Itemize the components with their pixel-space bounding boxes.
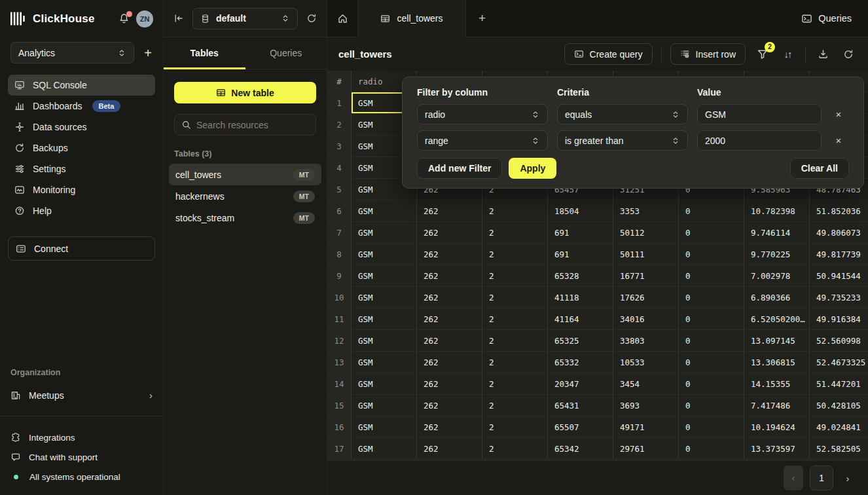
cell-lat[interactable]: 49.806073 <box>810 222 868 243</box>
cell-area[interactable]: 41118 <box>548 287 613 308</box>
cell-unit[interactable]: 0 <box>679 287 744 308</box>
cell-radio[interactable]: GSM <box>352 416 417 437</box>
cell-area[interactable]: 20347 <box>548 373 613 394</box>
cell-net[interactable]: 2 <box>482 287 548 308</box>
cell-area[interactable]: 691 <box>548 222 613 243</box>
integrations-link[interactable]: Integrations <box>0 428 163 447</box>
cell-unit[interactable]: 0 <box>679 438 744 459</box>
cell-area[interactable]: 18504 <box>548 200 613 221</box>
cell-lat[interactable]: 51.852036 <box>810 200 868 221</box>
cell-mcc[interactable]: 262 <box>417 308 482 329</box>
refresh-icon[interactable] <box>306 13 317 24</box>
sidebar-item-dashboards[interactable]: Dashboards Beta <box>8 96 155 117</box>
cell-radio[interactable]: GSM <box>352 308 417 329</box>
cell-mcc[interactable]: 262 <box>417 287 482 308</box>
cell-radio[interactable]: GSM <box>352 330 417 351</box>
tab-cell-towers[interactable]: cell_towers <box>358 0 466 37</box>
sidebar-item-data-sources[interactable]: Data sources <box>8 117 155 138</box>
cell-mcc[interactable]: 262 <box>417 395 482 416</box>
cell-mcc[interactable]: 262 <box>417 352 482 373</box>
list-item-hackernews[interactable]: hackernews MT <box>169 185 321 207</box>
cell-radio[interactable]: GSM <box>352 244 417 265</box>
cell-mcc[interactable]: 262 <box>417 265 482 286</box>
cell-lat[interactable]: 49.735233 <box>810 287 868 308</box>
cell-radio[interactable]: GSM <box>352 265 417 286</box>
add-workspace-button[interactable]: + <box>144 46 152 60</box>
cell-lon[interactable]: 6.890366 <box>744 287 810 308</box>
cell-lon[interactable]: 7.002978 <box>744 265 810 286</box>
filter-criteria-select[interactable]: is greater than <box>557 130 688 151</box>
cell-unit[interactable]: 0 <box>679 200 744 221</box>
sidebar-item-backups[interactable]: Backups <box>8 138 155 158</box>
cell-lat[interactable]: 52.4673325 <box>810 352 868 373</box>
refresh-button[interactable] <box>840 49 857 60</box>
filter-button[interactable]: 2 <box>754 48 771 60</box>
sort-button[interactable]: ↓↑ <box>780 48 797 60</box>
cell-cell[interactable]: 3693 <box>613 395 679 416</box>
tab-tables[interactable]: Tables <box>164 37 245 69</box>
cell-area[interactable]: 65332 <box>548 352 613 373</box>
cell-unit[interactable]: 0 <box>679 330 744 351</box>
filter-column-select[interactable]: range <box>417 130 548 151</box>
cell-net[interactable]: 2 <box>482 395 548 416</box>
add-new-filter-button[interactable]: Add new Filter <box>417 158 502 179</box>
next-page-button[interactable]: › <box>840 473 856 484</box>
clear-all-button[interactable]: Clear All <box>790 158 849 179</box>
cell-cell[interactable]: 50112 <box>613 222 679 243</box>
cell-mcc[interactable]: 262 <box>417 244 482 265</box>
cell-area[interactable]: 65507 <box>548 416 613 437</box>
prev-page-button[interactable]: ‹ <box>784 466 803 490</box>
cell-area[interactable]: 41164 <box>548 308 613 329</box>
cell-lon[interactable]: 10.782398 <box>744 200 810 221</box>
cell-net[interactable]: 2 <box>482 265 548 286</box>
filter-value-input[interactable] <box>705 109 814 120</box>
sidebar-item-monitoring[interactable]: Monitoring <box>8 179 155 200</box>
cell-mcc[interactable]: 262 <box>417 330 482 351</box>
cell-lon[interactable]: 14.15355 <box>744 373 810 394</box>
cell-lat[interactable]: 49.916384 <box>810 308 868 329</box>
cell-area[interactable]: 65328 <box>548 265 613 286</box>
connect-button[interactable]: Connect <box>8 236 155 261</box>
tab-queries[interactable]: Queries <box>245 37 327 69</box>
current-page[interactable]: 1 <box>810 466 833 490</box>
sidebar-item-sql-console[interactable]: SQL Console <box>8 75 155 96</box>
cell-lat[interactable]: 51.447201 <box>810 373 868 394</box>
sidebar-item-help[interactable]: Help <box>8 200 155 221</box>
sidebar-item-settings[interactable]: Settings <box>8 158 155 179</box>
cell-cell[interactable]: 3353 <box>613 200 679 221</box>
filter-column-select[interactable]: radio <box>417 104 548 124</box>
cell-lat[interactable]: 52.560998 <box>810 330 868 351</box>
cell-cell[interactable]: 33803 <box>613 330 679 351</box>
cell-area[interactable]: 691 <box>548 244 613 265</box>
system-status[interactable]: All systems operational <box>0 467 163 486</box>
new-table-button[interactable]: New table <box>174 82 316 103</box>
chat-support-link[interactable]: Chat with support <box>0 447 163 467</box>
cell-lon[interactable]: 13.306815 <box>744 352 810 373</box>
cell-radio[interactable]: GSM <box>352 395 417 416</box>
cell-lon[interactable]: 10.194624 <box>744 416 810 437</box>
list-item-cell-towers[interactable]: cell_towers MT <box>169 164 321 185</box>
cell-net[interactable]: 2 <box>482 330 548 351</box>
cell-radio[interactable]: GSM <box>352 352 417 373</box>
cell-cell[interactable]: 16771 <box>613 265 679 286</box>
cell-lon[interactable]: 13.097145 <box>744 330 810 351</box>
cell-radio[interactable]: GSM <box>352 287 417 308</box>
cell-mcc[interactable]: 262 <box>417 200 482 221</box>
apply-button[interactable]: Apply <box>509 158 556 179</box>
cell-net[interactable]: 2 <box>482 244 548 265</box>
cell-unit[interactable]: 0 <box>679 373 744 394</box>
cell-net[interactable]: 2 <box>482 200 548 221</box>
cell-net[interactable]: 2 <box>482 416 548 437</box>
cell-area[interactable]: 65325 <box>548 330 613 351</box>
download-button[interactable] <box>814 48 831 60</box>
cell-unit[interactable]: 0 <box>679 308 744 329</box>
filter-value-input[interactable] <box>705 136 814 146</box>
cell-cell[interactable]: 17626 <box>613 287 679 308</box>
cell-lat[interactable]: 49.024841 <box>810 416 868 437</box>
cell-lat[interactable]: 50.941544 <box>810 265 868 286</box>
cell-unit[interactable]: 0 <box>679 416 744 437</box>
cell-unit[interactable]: 0 <box>679 265 744 286</box>
cell-cell[interactable]: 34016 <box>613 308 679 329</box>
cell-net[interactable]: 2 <box>482 308 548 329</box>
cell-net[interactable]: 2 <box>482 222 548 243</box>
